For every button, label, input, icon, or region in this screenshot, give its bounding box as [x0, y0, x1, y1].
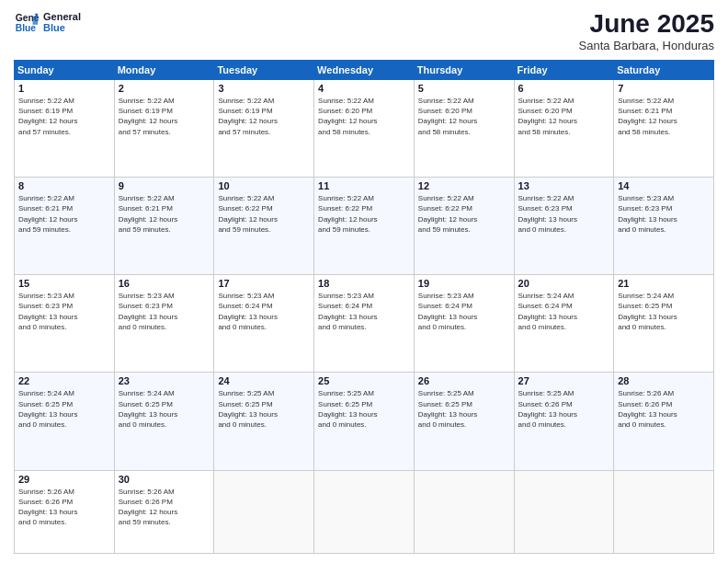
svg-marker-2 [33, 16, 39, 24]
day-info: Sunrise: 5:22 AM Sunset: 6:19 PM Dayligh… [18, 96, 110, 137]
calendar-header-row: SundayMondayTuesdayWednesdayThursdayFrid… [15, 61, 714, 80]
day-info: Sunrise: 5:26 AM Sunset: 6:26 PM Dayligh… [119, 487, 210, 528]
day-info: Sunrise: 5:22 AM Sunset: 6:19 PM Dayligh… [218, 96, 310, 137]
calendar-cell: 4Sunrise: 5:22 AM Sunset: 6:20 PM Daylig… [314, 80, 415, 178]
day-number: 6 [518, 83, 610, 94]
calendar-table: SundayMondayTuesdayWednesdayThursdayFrid… [14, 60, 714, 554]
calendar-header-thursday: Thursday [414, 61, 514, 80]
calendar-cell: 12Sunrise: 5:22 AM Sunset: 6:22 PM Dayli… [414, 178, 514, 275]
logo: General Blue General Blue [14, 9, 81, 35]
calendar-cell [314, 470, 415, 554]
calendar-header-sunday: Sunday [15, 61, 115, 80]
calendar-cell: 15Sunrise: 5:23 AM Sunset: 6:23 PM Dayli… [15, 275, 115, 373]
calendar-cell [214, 470, 314, 554]
calendar-cell: 17Sunrise: 5:23 AM Sunset: 6:24 PM Dayli… [214, 275, 314, 373]
calendar-header-wednesday: Wednesday [314, 61, 415, 80]
day-info: Sunrise: 5:25 AM Sunset: 6:25 PM Dayligh… [318, 388, 410, 430]
calendar-cell: 11Sunrise: 5:22 AM Sunset: 6:22 PM Dayli… [314, 178, 415, 275]
calendar-cell [614, 470, 714, 554]
day-number: 28 [618, 375, 710, 386]
day-number: 11 [318, 180, 410, 191]
calendar-cell: 7Sunrise: 5:22 AM Sunset: 6:21 PM Daylig… [614, 80, 714, 178]
day-number: 9 [119, 180, 210, 191]
day-info: Sunrise: 5:23 AM Sunset: 6:24 PM Dayligh… [318, 291, 410, 332]
day-info: Sunrise: 5:23 AM Sunset: 6:23 PM Dayligh… [18, 291, 110, 332]
day-info: Sunrise: 5:22 AM Sunset: 6:20 PM Dayligh… [318, 96, 410, 137]
day-info: Sunrise: 5:26 AM Sunset: 6:26 PM Dayligh… [618, 388, 710, 430]
calendar-header-monday: Monday [114, 61, 214, 80]
day-number: 14 [618, 180, 710, 191]
calendar-cell: 2Sunrise: 5:22 AM Sunset: 6:19 PM Daylig… [114, 80, 214, 178]
day-number: 10 [218, 180, 310, 191]
day-number: 19 [418, 278, 510, 289]
calendar-cell: 25Sunrise: 5:25 AM Sunset: 6:25 PM Dayli… [314, 373, 415, 470]
day-info: Sunrise: 5:22 AM Sunset: 6:22 PM Dayligh… [318, 193, 410, 235]
calendar-cell: 9Sunrise: 5:22 AM Sunset: 6:21 PM Daylig… [114, 178, 214, 275]
day-info: Sunrise: 5:23 AM Sunset: 6:23 PM Dayligh… [119, 291, 210, 332]
day-number: 3 [218, 83, 310, 94]
day-number: 27 [518, 375, 610, 386]
calendar-cell: 30Sunrise: 5:26 AM Sunset: 6:26 PM Dayli… [114, 470, 214, 554]
day-number: 30 [119, 474, 210, 485]
calendar-week-row: 8Sunrise: 5:22 AM Sunset: 6:21 PM Daylig… [15, 178, 714, 275]
day-number: 7 [618, 83, 710, 94]
day-number: 18 [318, 278, 410, 289]
day-info: Sunrise: 5:22 AM Sunset: 6:20 PM Dayligh… [418, 96, 510, 137]
month-title: June 2025 [579, 9, 714, 39]
calendar-week-row: 29Sunrise: 5:26 AM Sunset: 6:26 PM Dayli… [15, 470, 714, 554]
calendar-cell: 22Sunrise: 5:24 AM Sunset: 6:25 PM Dayli… [15, 373, 115, 470]
calendar-cell: 29Sunrise: 5:26 AM Sunset: 6:26 PM Dayli… [15, 470, 115, 554]
calendar-week-row: 22Sunrise: 5:24 AM Sunset: 6:25 PM Dayli… [15, 373, 714, 470]
day-number: 13 [518, 180, 610, 191]
day-info: Sunrise: 5:22 AM Sunset: 6:22 PM Dayligh… [218, 193, 310, 235]
logo-line2: Blue [43, 22, 81, 33]
day-info: Sunrise: 5:22 AM Sunset: 6:20 PM Dayligh… [518, 96, 610, 137]
day-number: 4 [318, 83, 410, 94]
location-subtitle: Santa Barbara, Honduras [579, 39, 714, 52]
header: General Blue General Blue June 2025 Sant… [14, 9, 714, 52]
day-info: Sunrise: 5:23 AM Sunset: 6:23 PM Dayligh… [618, 193, 710, 235]
day-number: 25 [318, 375, 410, 386]
calendar-cell: 20Sunrise: 5:24 AM Sunset: 6:24 PM Dayli… [514, 275, 614, 373]
calendar-cell: 5Sunrise: 5:22 AM Sunset: 6:20 PM Daylig… [414, 80, 514, 178]
calendar-cell: 3Sunrise: 5:22 AM Sunset: 6:19 PM Daylig… [214, 80, 314, 178]
day-number: 2 [119, 83, 210, 94]
day-number: 17 [218, 278, 310, 289]
calendar-header-saturday: Saturday [614, 61, 714, 80]
title-block: June 2025 Santa Barbara, Honduras [579, 9, 714, 52]
day-number: 22 [18, 375, 110, 386]
day-info: Sunrise: 5:22 AM Sunset: 6:21 PM Dayligh… [618, 96, 710, 137]
day-info: Sunrise: 5:22 AM Sunset: 6:21 PM Dayligh… [18, 193, 110, 235]
calendar-cell: 28Sunrise: 5:26 AM Sunset: 6:26 PM Dayli… [614, 373, 714, 470]
calendar-cell: 27Sunrise: 5:25 AM Sunset: 6:26 PM Dayli… [514, 373, 614, 470]
day-info: Sunrise: 5:24 AM Sunset: 6:24 PM Dayligh… [518, 291, 610, 332]
day-number: 1 [18, 83, 110, 94]
calendar-cell: 16Sunrise: 5:23 AM Sunset: 6:23 PM Dayli… [114, 275, 214, 373]
day-number: 8 [18, 180, 110, 191]
logo-icon: General Blue [14, 9, 40, 35]
day-number: 26 [418, 375, 510, 386]
day-number: 20 [518, 278, 610, 289]
logo-line1: General [43, 11, 81, 22]
day-info: Sunrise: 5:24 AM Sunset: 6:25 PM Dayligh… [119, 388, 210, 430]
calendar-cell: 10Sunrise: 5:22 AM Sunset: 6:22 PM Dayli… [214, 178, 314, 275]
day-info: Sunrise: 5:22 AM Sunset: 6:19 PM Dayligh… [119, 96, 210, 137]
day-info: Sunrise: 5:22 AM Sunset: 6:21 PM Dayligh… [119, 193, 210, 235]
calendar-cell: 21Sunrise: 5:24 AM Sunset: 6:25 PM Dayli… [614, 275, 714, 373]
calendar-cell: 18Sunrise: 5:23 AM Sunset: 6:24 PM Dayli… [314, 275, 415, 373]
day-number: 16 [119, 278, 210, 289]
day-number: 15 [18, 278, 110, 289]
page: General Blue General Blue June 2025 Sant… [0, 0, 728, 563]
day-info: Sunrise: 5:25 AM Sunset: 6:26 PM Dayligh… [518, 388, 610, 430]
calendar-cell: 13Sunrise: 5:22 AM Sunset: 6:23 PM Dayli… [514, 178, 614, 275]
calendar-week-row: 1Sunrise: 5:22 AM Sunset: 6:19 PM Daylig… [15, 80, 714, 178]
logo-text: General Blue [43, 11, 81, 33]
calendar-cell: 23Sunrise: 5:24 AM Sunset: 6:25 PM Dayli… [114, 373, 214, 470]
calendar-cell: 26Sunrise: 5:25 AM Sunset: 6:25 PM Dayli… [414, 373, 514, 470]
day-number: 5 [418, 83, 510, 94]
calendar-header-friday: Friday [514, 61, 614, 80]
calendar-cell [414, 470, 514, 554]
calendar-cell: 6Sunrise: 5:22 AM Sunset: 6:20 PM Daylig… [514, 80, 614, 178]
day-info: Sunrise: 5:25 AM Sunset: 6:25 PM Dayligh… [418, 388, 510, 430]
day-number: 29 [18, 474, 110, 485]
